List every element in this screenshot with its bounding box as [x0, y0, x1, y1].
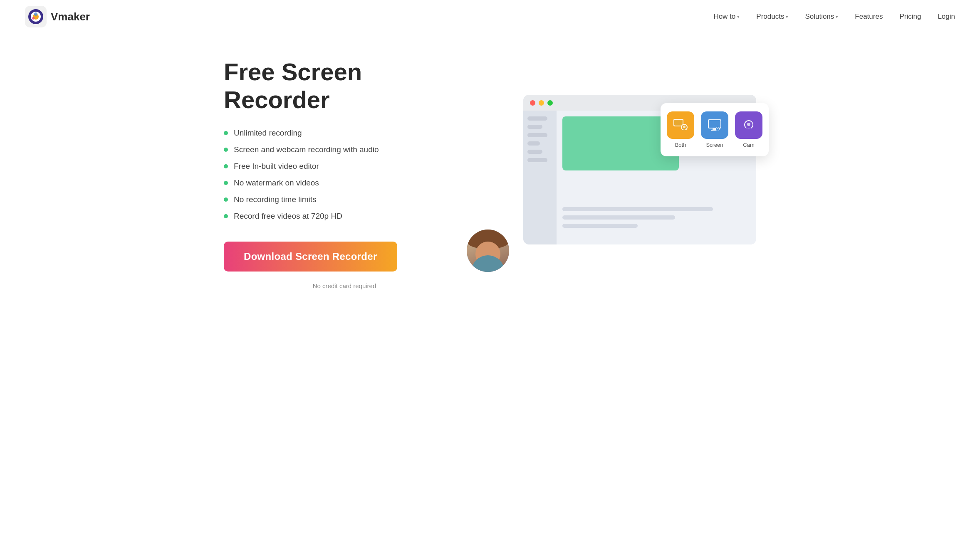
browser-sidebar	[523, 111, 557, 244]
sidebar-line	[527, 150, 542, 154]
nav-item-pricing[interactable]: Pricing	[899, 12, 921, 21]
hero-left: Free Screen Recorder Unlimited recording…	[224, 58, 465, 289]
svg-point-4	[34, 12, 37, 16]
content-line	[562, 207, 713, 211]
nav-item-features[interactable]: Features	[855, 12, 883, 21]
svg-point-17	[717, 128, 718, 129]
features-list: Unlimited recording Screen and webcam re…	[224, 128, 465, 221]
chevron-down-icon: ▾	[786, 14, 788, 20]
bullet-icon	[224, 198, 228, 202]
list-item: Unlimited recording	[224, 128, 465, 138]
sidebar-line	[527, 133, 547, 137]
chevron-down-icon: ▾	[836, 14, 838, 20]
nav-item-howto[interactable]: How to ▾	[713, 12, 740, 21]
bullet-icon	[224, 214, 228, 218]
page-title: Free Screen Recorder	[224, 58, 465, 114]
nav-item-login[interactable]: Login	[938, 12, 955, 21]
window-close-dot	[530, 100, 535, 106]
svg-point-5	[32, 17, 35, 20]
avatar-face	[467, 230, 509, 272]
recorder-option-both[interactable]: Both	[667, 111, 694, 148]
no-credit-text: No credit card required	[224, 282, 465, 289]
content-lines	[562, 207, 750, 232]
chevron-down-icon: ▾	[737, 14, 740, 20]
recorder-popup: Both	[661, 103, 769, 156]
svg-point-10	[683, 126, 686, 128]
bullet-icon	[224, 131, 228, 135]
sidebar-line	[527, 116, 547, 121]
list-item: Screen and webcam recording with audio	[224, 145, 465, 154]
download-button[interactable]: Download Screen Recorder	[224, 242, 397, 272]
content-line	[562, 224, 638, 228]
list-item: Record free videos at 720p HD	[224, 212, 465, 221]
sidebar-line	[527, 158, 547, 162]
window-maximize-dot	[547, 100, 553, 106]
window-minimize-dot	[539, 100, 544, 106]
svg-rect-12	[709, 120, 720, 128]
logo-text: Vmaker	[51, 10, 90, 23]
content-line	[562, 215, 675, 220]
screen-icon	[701, 111, 728, 139]
bullet-icon	[224, 181, 228, 185]
sidebar-line	[527, 141, 540, 146]
svg-point-20	[747, 123, 750, 126]
nav-item-solutions[interactable]: Solutions ▾	[805, 12, 838, 21]
hero-section: Free Screen Recorder Unlimited recording…	[199, 33, 781, 323]
logo[interactable]: Vmaker	[25, 6, 90, 27]
list-item: No watermark on videos	[224, 178, 465, 188]
logo-icon	[25, 6, 47, 27]
recorder-option-screen[interactable]: Screen	[701, 111, 728, 148]
recorder-option-cam[interactable]: Cam	[735, 111, 762, 148]
sidebar-line	[527, 125, 542, 129]
nav-links: How to ▾ Products ▾ Solutions ▾ Features…	[713, 12, 955, 21]
recorder-options: Both	[667, 111, 762, 148]
both-icon	[667, 111, 694, 139]
list-item: Free In-built video editor	[224, 162, 465, 171]
cta-area: Download Screen Recorder No credit card …	[224, 242, 465, 289]
bullet-icon	[224, 148, 228, 152]
hero-illustration: Both	[490, 86, 756, 261]
nav-item-products[interactable]: Products ▾	[756, 12, 788, 21]
list-item: No recording time limits	[224, 195, 465, 204]
bullet-icon	[224, 164, 228, 168]
avatar	[465, 228, 511, 274]
svg-rect-7	[674, 120, 683, 126]
cam-icon	[735, 111, 762, 139]
navbar: Vmaker How to ▾ Products ▾ Solutions ▾ F…	[0, 0, 980, 33]
